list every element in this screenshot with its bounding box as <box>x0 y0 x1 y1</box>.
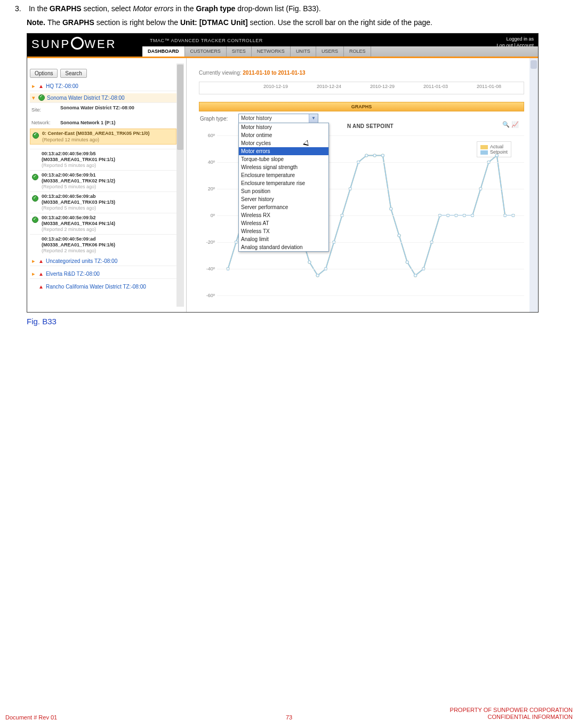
dropdown-option-selected[interactable]: Motor errors <box>239 147 328 155</box>
sidebar: Options Search ▲HQ TZ:-08:00 Sonoma Wate… <box>27 58 187 312</box>
tab-roles[interactable]: ROLES <box>344 46 372 57</box>
mouse-cursor-icon <box>304 141 312 150</box>
svg-point-69 <box>495 154 498 157</box>
date-selector[interactable]: 2010-12-19 2010-12-24 2010-12-29 2011-01… <box>199 82 524 94</box>
dropdown-option[interactable]: Analog limit <box>239 235 328 243</box>
tree-row-rancho[interactable]: ▲Rancho California Water District TZ:-08… <box>30 282 176 292</box>
graph-type-dropdown[interactable]: Motor history Motor ontime Motor cycles … <box>238 123 329 252</box>
ok-icon <box>32 217 38 223</box>
sidebar-scrollbar[interactable] <box>176 63 184 307</box>
svg-point-54 <box>373 154 376 157</box>
tab-units[interactable]: UNITS <box>291 46 316 57</box>
svg-point-58 <box>406 261 408 263</box>
app-topbar: SUNPWER TMAC™ ADVANCED TRACKER CONTROLLE… <box>27 34 538 57</box>
dropdown-option[interactable]: Wireless signal strength <box>239 163 328 171</box>
selected-unit[interactable]: 0: Center-East (M0338_AREA01_TRK05 PN:1/… <box>30 129 176 145</box>
dropdown-option[interactable]: Wireless RX <box>239 211 328 219</box>
unit-item[interactable]: 00:13:a2:00:40:5e:09:b1(M0338_AREA01_TRK… <box>30 170 176 191</box>
svg-point-47 <box>316 274 319 277</box>
tab-networks[interactable]: NETWORKS <box>252 46 291 57</box>
main-content: Currently viewing: 2011-01-10 to 2011-01… <box>187 58 529 312</box>
svg-point-56 <box>390 207 392 210</box>
dropdown-option[interactable]: Motor cycles <box>239 139 328 147</box>
footer-conf: CONFIDENTIAL INFORMATION <box>488 714 573 720</box>
unit-item[interactable]: 00:13:a2:00:40:5e:09:ad(M0338_AREA01_TRK… <box>30 234 176 255</box>
network-value: Sonoma Network 1 (P:1) <box>60 120 116 125</box>
site-label: Site: <box>31 107 41 113</box>
svg-point-53 <box>365 154 368 157</box>
chevron-down-icon[interactable]: ▼ <box>309 114 318 123</box>
dropdown-option[interactable]: Server history <box>239 195 328 203</box>
app-title: TMAC™ ADVANCED TRACKER CONTROLLER <box>150 38 263 43</box>
logged-in-label: Logged in as <box>465 36 534 42</box>
instruction-note: Note. The GRAPHS section is right below … <box>27 18 563 27</box>
chart-toolbar[interactable]: 🔍 📈 <box>502 121 519 128</box>
dropdown-option[interactable]: Sun position <box>239 187 328 195</box>
dropdown-option[interactable]: Wireless TX <box>239 227 328 235</box>
footer-owner: PROPERTY OF SUNPOWER CORPORATION <box>450 707 573 713</box>
logo: SUNPWER <box>31 37 116 51</box>
instruction-step: 3. In the GRAPHS section, select Motor e… <box>15 4 563 13</box>
svg-point-57 <box>398 234 400 237</box>
graphs-section-header: GRAPHS <box>199 102 524 111</box>
viewing-range: Currently viewing: 2011-01-10 to 2011-01… <box>199 70 306 76</box>
site-value: Sonoma Water District TZ:-08:00 <box>60 105 156 110</box>
ok-icon <box>33 132 39 139</box>
dropdown-option[interactable]: Motor ontime <box>239 131 328 139</box>
figure-label: Fig. B33 <box>27 317 563 326</box>
dropdown-option[interactable]: Enclosure temperature <box>239 171 328 179</box>
tree-row-hq[interactable]: ▲HQ TZ:-08:00 <box>30 82 176 91</box>
unit-item[interactable]: 00:13:a2:00:40:5e:09:b5(M0338_AREA01_TRK… <box>30 149 176 170</box>
main-scrollbar[interactable] <box>529 58 538 312</box>
screenshot: SUNPWER TMAC™ ADVANCED TRACKER CONTROLLE… <box>27 33 539 313</box>
tree-row-elverta[interactable]: ▲Elverta R&D TZ:-08:00 <box>30 269 176 279</box>
network-label: Network: <box>31 120 51 125</box>
svg-point-46 <box>308 261 311 263</box>
tree-row-uncat[interactable]: ▲Uncategorized units TZ:-08:00 <box>30 257 176 266</box>
dropdown-option[interactable]: Enclosure temperature rise <box>239 179 328 187</box>
chart-title: N AND SETPOINT <box>347 123 394 129</box>
tab-users[interactable]: USERS <box>316 46 344 57</box>
tab-customers[interactable]: CUSTOMERS <box>185 46 227 57</box>
dropdown-option[interactable]: Server performance <box>239 203 328 211</box>
tab-sites[interactable]: SITES <box>227 46 252 57</box>
graph-type-label: Graph type: <box>200 116 228 122</box>
dropdown-option[interactable]: Motor history <box>239 123 328 131</box>
ok-icon <box>32 195 38 202</box>
nav-tabs: DASHBOARDCUSTOMERSSITESNETWORKSUNITSUSER… <box>142 46 538 57</box>
dropdown-option[interactable]: Analog standard deviation <box>239 243 328 251</box>
unit-item[interactable]: 00:13:a2:00:40:5e:09:b2(M0338_AREA01_TRK… <box>30 213 176 234</box>
options-button[interactable]: Options <box>30 69 58 78</box>
unit-item[interactable]: 00:13:a2:00:40:5e:09:ab(M0338_AREA01_TRK… <box>30 191 176 213</box>
svg-point-59 <box>414 274 416 277</box>
search-button[interactable]: Search <box>60 69 87 78</box>
ok-icon <box>38 94 45 101</box>
dropdown-option[interactable]: Torque-tube slope <box>239 155 328 163</box>
ok-icon <box>32 174 38 180</box>
svg-point-55 <box>381 154 384 157</box>
tab-dashboard[interactable]: DASHBOARD <box>142 46 185 57</box>
step-number: 3. <box>15 4 27 13</box>
dropdown-option[interactable]: Wireless AT <box>239 219 328 227</box>
tree-row-sonoma[interactable]: Sonoma Water District TZ:-08:00 <box>30 93 176 103</box>
